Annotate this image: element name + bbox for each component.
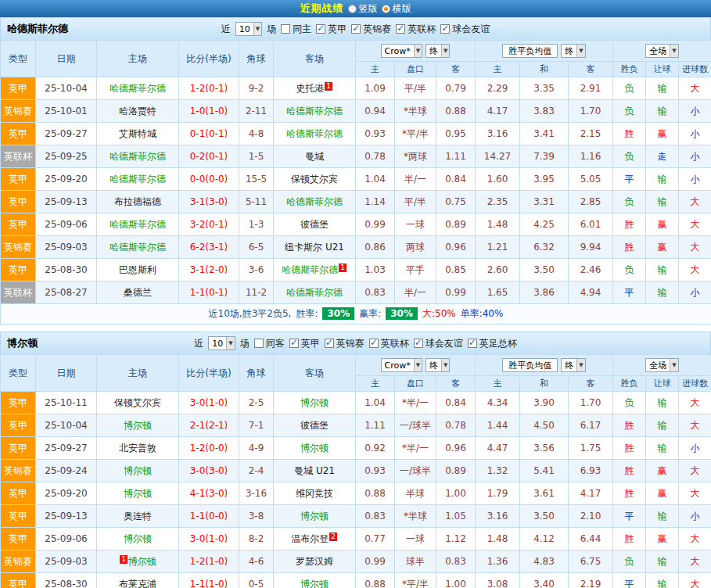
away-team-name[interactable]: 哈德斯菲尔德 <box>286 128 343 139</box>
match-score[interactable]: 1-2(1-0) <box>179 550 239 573</box>
corner-count: 9-2 <box>239 77 274 100</box>
match-scope-select[interactable]: 全场 <box>645 44 678 58</box>
home-team-name[interactable]: 布拉德福德 <box>114 196 161 207</box>
odd-rate-label: 单率:40% <box>461 308 504 319</box>
home-team-name[interactable]: 博尔顿 <box>124 420 152 431</box>
handicap-result-cell: 赢 <box>646 236 679 259</box>
match-score[interactable]: 3-2(0-1) <box>179 213 239 236</box>
match-score[interactable]: 0-2(0-1) <box>179 145 239 168</box>
away-team-name[interactable]: 彼德堡 <box>300 420 329 431</box>
match-score[interactable]: 3-1(2-0) <box>179 259 239 281</box>
checkbox-icon <box>440 24 450 34</box>
home-team-name[interactable]: 艾斯特城 <box>119 128 156 139</box>
home-team-name[interactable]: 哈德斯菲尔德 <box>110 242 166 253</box>
layout-option-horizontal[interactable]: 横版 <box>382 2 411 16</box>
league-checkbox[interactable]: 英足总杯 <box>468 337 517 350</box>
home-team-name[interactable]: 奥连特 <box>124 511 152 522</box>
match-score[interactable]: 3-0(1-0) <box>179 528 239 550</box>
match-score[interactable]: 6-2(3-1) <box>179 236 239 259</box>
asian-odds-value: 1.14 <box>356 191 395 213</box>
match-count-select[interactable]: 10 <box>208 336 235 350</box>
bookmaker-select[interactable]: Crow* <box>381 44 423 58</box>
away-team-name[interactable]: 温布尔登 <box>291 533 329 544</box>
handicap-result-cell: 输 <box>646 392 679 414</box>
match-score[interactable]: 1-1(1-0) <box>179 573 239 588</box>
euro-odds-value: 4.25 <box>520 213 569 236</box>
home-team-name[interactable]: 哈德斯菲尔德 <box>110 174 166 185</box>
results-header: 全场 <box>613 41 711 62</box>
home-team-name[interactable]: 哈德斯菲尔德 <box>110 151 166 162</box>
league-checkbox[interactable]: 英甲 <box>289 337 320 350</box>
match-score[interactable]: 1-1(0-0) <box>179 505 239 528</box>
match-score[interactable]: 3-1(3-0) <box>179 191 239 213</box>
away-team-name[interactable]: 维冈竞技 <box>296 488 333 499</box>
away-team-name[interactable]: 哈德斯菲尔德 <box>282 264 338 275</box>
home-team-name[interactable]: 布莱克浦 <box>119 579 156 588</box>
league-checkbox[interactable]: 英甲 <box>316 23 347 36</box>
away-team-name[interactable]: 哈德斯菲尔德 <box>286 196 343 207</box>
away-team-name[interactable]: 保顿艾尔宾 <box>291 174 338 185</box>
asian-final-select[interactable]: 终 <box>426 358 450 372</box>
away-team-name[interactable]: 博尔顿 <box>300 579 329 588</box>
home-team-name[interactable]: 保顿艾尔宾 <box>114 397 161 408</box>
col-header-score: 比分(半场) <box>179 41 239 77</box>
match-score[interactable]: 1-0(1-0) <box>179 100 239 123</box>
same-venue-checkbox[interactable]: 同客 <box>254 337 285 350</box>
asian-odds-value: 1.09 <box>356 77 395 100</box>
sub-header-handicap: 让球 <box>646 62 679 77</box>
match-score[interactable]: 0-0(0-0) <box>179 168 239 191</box>
home-team-name[interactable]: 北安普敦 <box>119 443 156 454</box>
match-type-badge: 英甲 <box>1 259 36 281</box>
away-team-name[interactable]: 博尔顿 <box>300 443 329 454</box>
league-checkbox[interactable]: 英锦赛 <box>351 23 391 36</box>
away-team-name[interactable]: 曼城 U21 <box>294 465 335 476</box>
euro-final-select[interactable]: 终 <box>561 358 585 372</box>
layout-option-vertical[interactable]: 竖版 <box>348 2 378 16</box>
away-team-name[interactable]: 曼城 <box>305 151 324 162</box>
away-team-name[interactable]: 哈德斯菲尔德 <box>286 287 343 298</box>
league-checkbox[interactable]: 英锦赛 <box>325 337 364 350</box>
away-team-name[interactable]: 罗瑟汉姆 <box>296 556 333 567</box>
euro-odds-value: 2.46 <box>569 259 613 281</box>
match-score[interactable]: 4-1(3-0) <box>179 482 239 505</box>
home-team-name[interactable]: 博尔顿 <box>124 465 152 476</box>
result-cell: 负 <box>613 392 646 414</box>
league-checkbox[interactable]: 英联杯 <box>369 337 409 350</box>
away-team-name[interactable]: 博尔顿 <box>300 397 329 408</box>
match-score[interactable]: 1-2(0-1) <box>179 77 239 100</box>
league-label: 球会友谊 <box>452 23 490 36</box>
home-team-name[interactable]: 哈洛贾特 <box>119 106 156 117</box>
match-score[interactable]: 3-0(3-0) <box>179 460 239 482</box>
home-team-name[interactable]: 哈德斯菲尔德 <box>110 219 166 230</box>
league-checkbox[interactable]: 球会友谊 <box>414 337 463 350</box>
away-team-name[interactable]: 博尔顿 <box>300 511 329 522</box>
corner-count: 2-11 <box>239 100 274 123</box>
home-team-name[interactable]: 哈德斯菲尔德 <box>110 83 166 94</box>
away-team-name[interactable]: 史托港 <box>296 83 324 94</box>
asian-odds-header: Crow*终 <box>356 41 476 62</box>
match-score[interactable]: 1-2(0-0) <box>179 437 239 460</box>
euro-final-select[interactable]: 终 <box>561 44 585 58</box>
same-venue-checkbox[interactable]: 同主 <box>281 23 311 36</box>
home-team-name[interactable]: 巴恩斯利 <box>119 264 156 275</box>
match-count-select[interactable]: 10 <box>235 22 262 36</box>
home-team-name[interactable]: 博尔顿 <box>124 488 152 499</box>
match-score[interactable]: 3-0(1-0) <box>179 392 239 414</box>
match-scope-select[interactable]: 全场 <box>645 358 678 372</box>
match-score[interactable]: 0-1(0-1) <box>179 123 239 145</box>
home-team-name[interactable]: 博尔顿 <box>124 533 152 544</box>
asian-odds-value: 0.84 <box>436 168 476 191</box>
match-score[interactable]: 2-1(2-1) <box>179 414 239 437</box>
away-team-name[interactable]: 纽卡斯尔 U21 <box>285 242 344 253</box>
match-score[interactable]: 1-1(0-1) <box>179 281 239 304</box>
away-team-name[interactable]: 哈德斯菲尔德 <box>286 106 343 117</box>
red-card-badge: 1 <box>120 555 127 564</box>
league-checkbox[interactable]: 英联杯 <box>396 23 436 36</box>
asian-final-select[interactable]: 终 <box>426 44 450 58</box>
home-team-name[interactable]: 博尔顿 <box>128 556 156 567</box>
euro-final-value: 终 <box>565 360 573 371</box>
league-checkbox[interactable]: 球会友谊 <box>440 23 490 36</box>
bookmaker-select[interactable]: Crow* <box>381 358 423 372</box>
away-team-name[interactable]: 彼德堡 <box>300 219 329 230</box>
home-team-name[interactable]: 桑德兰 <box>124 287 152 298</box>
